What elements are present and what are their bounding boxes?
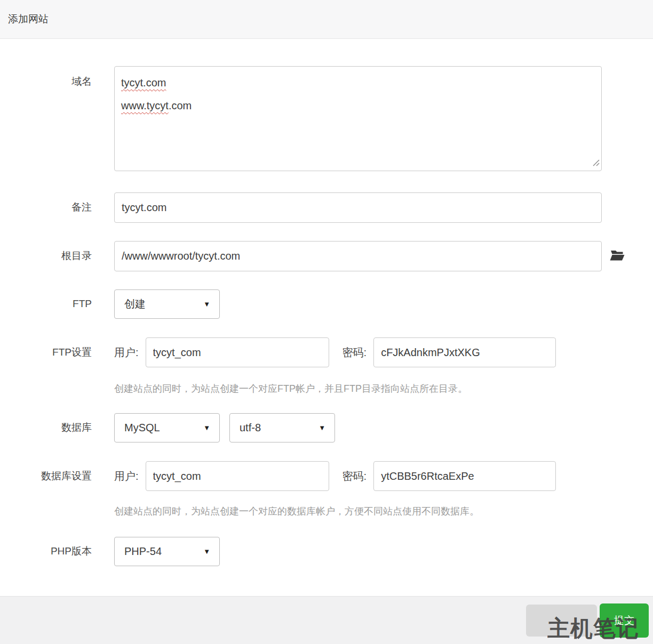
ftp-password-input[interactable] [373,337,556,367]
chevron-down-icon: ▼ [203,548,210,556]
root-dir-label: 根目录 [0,250,92,262]
database-settings-row: 数据库设置 用户: 密码: [0,461,653,491]
add-site-form: 域名 tycyt.com www.tycyt.com 备注 根目录 [0,39,653,596]
chevron-down-icon: ▼ [203,424,210,432]
directory-picker-button[interactable] [609,248,625,264]
footer-secondary-button[interactable] [526,605,597,637]
note-label: 备注 [0,202,92,214]
php-version-row: PHP版本 PHP-54 ▼ [0,537,653,566]
domain-label: 域名 [0,66,92,88]
database-label: 数据库 [0,422,92,434]
ftp-password-label: 密码: [343,345,367,360]
dialog-title: 添加网站 [8,12,49,26]
database-settings-label: 数据库设置 [0,470,92,482]
db-user-label: 用户: [114,469,139,484]
php-version-select[interactable]: PHP-54 ▼ [114,537,220,566]
db-password-label: 密码: [343,469,367,484]
root-dir-row: 根目录 [0,241,653,271]
submit-button[interactable]: 提交 [600,603,649,638]
folder-open-icon [609,248,625,264]
ftp-settings-label: FTP设置 [0,347,92,359]
ftp-select[interactable]: 创建 ▼ [114,289,220,319]
ftp-settings-row: FTP设置 用户: 密码: [0,337,653,367]
domain-line: tycyt.com [121,71,595,94]
domain-line-text: tycyt.com [121,77,166,88]
note-row: 备注 [0,192,653,223]
chevron-down-icon: ▼ [203,300,210,308]
ftp-user-input[interactable] [146,337,329,367]
ftp-label: FTP [0,298,92,310]
database-type-value: MySQL [124,422,160,434]
dialog-footer: 提交 主机笔记 [0,596,653,644]
resize-handle-icon[interactable] [592,157,600,169]
php-version-label: PHP版本 [0,545,92,558]
dialog-header: 添加网站 [0,0,653,39]
db-password-input[interactable] [373,461,556,491]
database-charset-select[interactable]: utf-8 ▼ [229,413,335,442]
database-type-select[interactable]: MySQL ▼ [114,413,220,442]
note-input[interactable] [114,192,602,223]
ftp-help-text: 创建站点的同时，为站点创建一个对应FTP帐户，并且FTP目录指向站点所在目录。 [0,382,653,396]
ftp-user-label: 用户: [114,345,139,360]
domain-line: www.tycyt.com [121,94,595,117]
db-user-input[interactable] [146,461,329,491]
database-help-text: 创建站点的同时，为站点创建一个对应的数据库帐户，方便不同站点使用不同数据库。 [0,504,653,518]
php-version-value: PHP-54 [124,545,162,558]
domain-line-text: www.tycyt [121,100,169,111]
chevron-down-icon: ▼ [318,424,325,432]
domain-input[interactable]: tycyt.com www.tycyt.com [114,66,602,171]
database-charset-value: utf-8 [240,422,261,434]
ftp-select-value: 创建 [124,297,146,311]
database-row: 数据库 MySQL ▼ utf-8 ▼ [0,413,653,442]
root-dir-input[interactable] [114,241,602,271]
ftp-row: FTP 创建 ▼ [0,289,653,319]
domain-row: 域名 tycyt.com www.tycyt.com [0,66,653,171]
domain-line-text: .com [169,100,192,111]
